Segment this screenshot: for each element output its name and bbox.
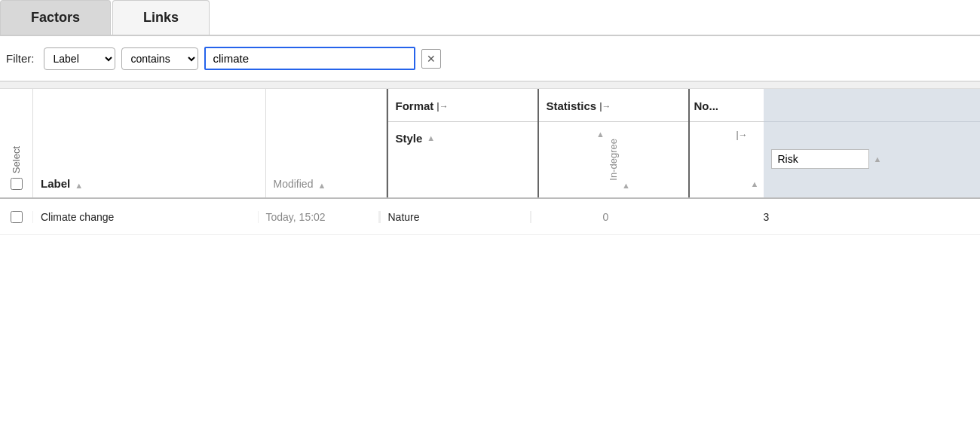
col-header-select: Select: [0, 89, 33, 197]
table-header: Select Label Modified Format |→ Style: [0, 89, 980, 199]
modified-col-title: Modified: [274, 178, 314, 190]
table-row: Climate change Today, 15:02 Nature 0 3: [0, 199, 980, 235]
risk-bottom: [764, 122, 981, 197]
row-statistics-cell: 0: [530, 211, 681, 223]
statistics-arrow-icon: |→: [599, 101, 611, 112]
filter-operator-select[interactable]: contains equals starts with ends with: [121, 47, 198, 70]
row-modified-cell: Today, 15:02: [259, 211, 379, 223]
tab-factors[interactable]: Factors: [0, 0, 111, 35]
no-arrow-icon: |→: [736, 130, 747, 140]
table-wrapper: Select Label Modified Format |→ Style: [0, 89, 980, 235]
close-icon: ✕: [427, 53, 436, 65]
col-header-no: No... |→: [688, 89, 764, 197]
in-degree-label: In-degree: [608, 139, 619, 181]
section-divider: [0, 81, 980, 89]
col-header-format: Format |→ Style: [387, 89, 537, 197]
col-header-risk: [764, 89, 981, 197]
statistics-sort-up-icon[interactable]: [596, 130, 605, 139]
tabs-bar: Factors Links: [0, 0, 980, 36]
format-arrow-icon: |→: [436, 101, 448, 112]
style-sort-icon[interactable]: [427, 133, 435, 142]
format-bottom: Style: [388, 122, 537, 155]
col-header-modified: Modified: [266, 89, 387, 197]
statistics-top: Statistics |→: [539, 89, 688, 122]
col-header-label: Label: [33, 89, 266, 197]
row-risk-cell: 3: [756, 211, 981, 223]
label-col-title: Label: [41, 177, 70, 190]
no-sort-icon[interactable]: [751, 179, 759, 188]
risk-top: [764, 89, 981, 122]
modified-sort-icon[interactable]: [317, 181, 326, 190]
select-vertical-label: Select: [11, 146, 22, 173]
statistics-bottom: In-degree: [539, 122, 688, 197]
row-format-cell: Nature: [379, 211, 530, 223]
select-all-checkbox[interactable]: [11, 178, 23, 190]
row-label-cell: Climate change: [33, 211, 259, 223]
format-top: Format |→: [388, 89, 537, 122]
no-bottom: |→: [690, 122, 764, 197]
row-statistics-text: 0: [603, 211, 609, 223]
no-top: No...: [690, 89, 764, 122]
row-checkbox[interactable]: [11, 211, 23, 223]
row-risk-text: 3: [764, 211, 770, 223]
filter-label: Filter:: [6, 52, 35, 65]
row-label-text: Climate change: [41, 211, 114, 223]
row-format-text: Nature: [388, 211, 420, 223]
risk-label-input[interactable]: [771, 149, 869, 169]
filter-bar: Filter: Label Modified Format Statistics…: [0, 36, 980, 81]
in-degree-sort-icon[interactable]: [622, 181, 630, 190]
filter-search-input[interactable]: [204, 47, 415, 70]
filter-clear-button[interactable]: ✕: [421, 49, 441, 69]
row-select-cell: [0, 211, 33, 223]
tab-links[interactable]: Links: [112, 0, 210, 35]
format-sub-label: Style: [396, 132, 423, 145]
label-sort-icon[interactable]: [75, 181, 83, 190]
filter-field-select[interactable]: Label Modified Format Statistics: [44, 47, 115, 70]
row-modified-text: Today, 15:02: [266, 211, 326, 223]
col-header-statistics: Statistics |→ In-degree: [537, 89, 688, 197]
risk-sort-icon[interactable]: [874, 154, 882, 164]
